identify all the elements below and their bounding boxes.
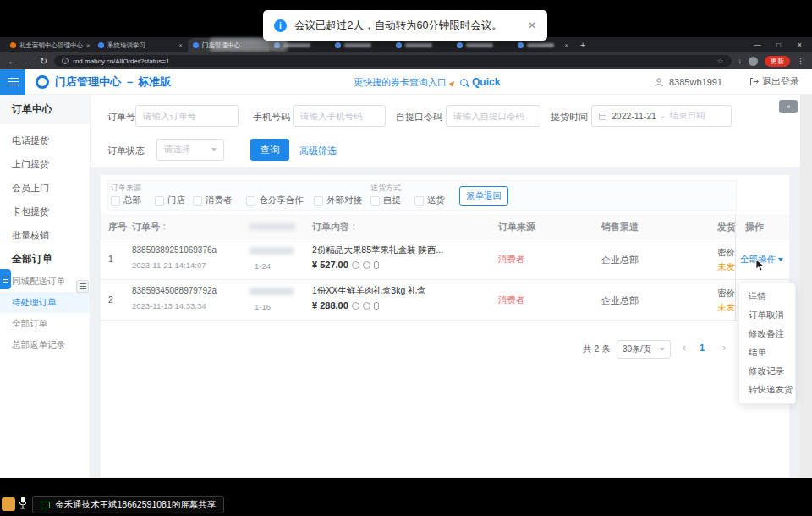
logout-button[interactable]: 退出登录 <box>749 75 799 88</box>
sidebar-item-batch-verify[interactable]: 批量核销 <box>0 223 90 247</box>
side-panel-toggle[interactable] <box>0 269 11 289</box>
menu-item-edit-records[interactable]: 修改记录 <box>739 362 795 381</box>
sidebar-item-card-pickup[interactable]: 卡包提货 <box>0 200 90 223</box>
coupon-query-link[interactable]: 更快捷的券卡查询入口 <box>354 76 447 89</box>
phone-input[interactable] <box>293 105 386 127</box>
toast-close-icon[interactable]: ✕ <box>528 19 536 31</box>
window-close-icon[interactable]: × <box>789 37 810 52</box>
tab-close-icon[interactable]: × <box>564 41 568 49</box>
app-title: 门店管理中心 － 标准版 <box>55 74 171 90</box>
browser-menu-icon[interactable]: ⋮ <box>797 57 804 65</box>
cell-order-no: 83859345088979792a <box>132 286 217 295</box>
cell-order-content: 1份XX生鲜羊肉礼盒3kg 礼盒 <box>312 285 425 297</box>
bookmark-star-icon[interactable]: ☆ <box>716 57 723 65</box>
sort-desc-icon[interactable]: ▼ <box>162 228 166 231</box>
dispatch-return-button[interactable]: 派单退回 <box>459 186 508 206</box>
window-maximize-icon[interactable]: □ <box>768 37 789 52</box>
tab-close-icon[interactable]: × <box>178 41 183 49</box>
new-tab-button[interactable]: + <box>573 38 592 52</box>
cell-order-source: 消费者 <box>498 254 525 266</box>
collapse-panel-button[interactable]: » <box>779 100 798 113</box>
quick-link[interactable]: Quick <box>472 76 500 88</box>
menu-item-cancel-order[interactable]: 订单取消 <box>739 306 795 325</box>
list-settings-icon[interactable] <box>76 280 89 293</box>
menu-item-express-ship[interactable]: 转快递发货 <box>739 381 795 399</box>
checkbox-icon <box>111 196 120 206</box>
column-header-channel: 销售渠道 <box>601 214 639 239</box>
column-header-order-no[interactable]: 订单号 ▲▼ <box>132 214 166 239</box>
order-source-filter-panel: 订单来源 总部 门店 消费者 仓分享合作 外部对接 送货方式 自提 送货 派单退… <box>107 180 737 211</box>
site-info-icon[interactable]: i <box>62 58 69 64</box>
search-button[interactable]: 查询 <box>250 139 289 161</box>
advanced-filter-link[interactable]: 高级筛选 <box>299 145 337 157</box>
address-bar[interactable]: i rnd.maboy.cn/AllOrder?status=1 ☆ <box>54 55 731 67</box>
sort-desc-icon[interactable]: ▼ <box>352 228 355 231</box>
menu-item-close-order[interactable]: 结单 <box>739 343 795 362</box>
table-row: 2 83859345088979792a 2023-11-13 14:33:34… <box>101 280 789 321</box>
download-icon[interactable]: ↓ <box>738 52 743 69</box>
sidebar-item-hq-return-records[interactable]: 总部返单记录 <box>0 334 90 355</box>
checkbox-external[interactable]: 外部对接 <box>314 195 362 206</box>
tab-close-icon[interactable]: × <box>86 41 91 49</box>
sort-icons[interactable]: ▲▼ <box>162 223 166 231</box>
checkbox-delivery[interactable]: 送货 <box>414 195 445 206</box>
pickup-code-input[interactable] <box>446 105 540 127</box>
next-page-icon[interactable]: › <box>722 342 726 354</box>
sidebar-item-door-pickup[interactable]: 上门提货 <box>0 152 90 176</box>
sidebar-section-all-orders[interactable]: 全部订单 <box>0 247 90 271</box>
prev-page-icon[interactable]: ‹ <box>683 342 686 354</box>
microphone-icon[interactable] <box>18 496 28 513</box>
sidebar-item-member-visit[interactable]: 会员上门 <box>0 176 90 200</box>
tab-title: 礼盒营销中心管理中心 <box>19 41 83 50</box>
chevron-down-icon <box>778 258 783 261</box>
cell-order-content: 2份精品大果85苹果礼盒装 陕西... <box>312 244 443 256</box>
username[interactable]: 8385wb1991 <box>669 77 722 87</box>
sort-icons[interactable]: ▲▼ <box>352 223 355 231</box>
chrome-update-button[interactable]: 更新 <box>765 56 790 67</box>
forward-icon[interactable]: → <box>24 52 33 69</box>
column-header-source: 订单来源 <box>498 214 535 239</box>
page-size-select[interactable]: 30条/页 <box>617 340 671 359</box>
order-source-label: 订单来源 <box>111 183 141 194</box>
action-dropdown-menu: 详情 订单取消 修改备注 结单 修改记录 转快递发货 <box>738 283 796 404</box>
order-no-label: 订单号 <box>107 111 135 124</box>
table-header-row: 序号 订单号 ▲▼ 订单内容 ▲▼ 订单来源 销售渠道 发货状态 操作 <box>101 214 789 239</box>
checkbox-warehouse-share[interactable]: 仓分享合作 <box>246 195 304 206</box>
checkbox-label: 门店 <box>167 195 185 206</box>
menu-item-edit-remark[interactable]: 修改备注 <box>739 325 795 343</box>
info-icon: i <box>274 19 287 32</box>
cell-order-source: 消费者 <box>498 294 525 306</box>
order-no-input[interactable] <box>135 105 239 127</box>
browser-profile-avatar[interactable] <box>749 57 758 66</box>
sidebar-item-phone-pickup[interactable]: 电话提货 <box>0 129 90 152</box>
menu-item-detail[interactable]: 详情 <box>739 288 795 306</box>
sort-asc-icon[interactable]: ▲ <box>352 223 355 227</box>
checkbox-store[interactable]: 门店 <box>155 195 185 206</box>
order-status-placeholder: 请选择 <box>164 144 191 156</box>
sort-asc-icon[interactable]: ▲ <box>162 223 166 227</box>
hamburger-menu-icon[interactable] <box>0 69 25 95</box>
browser-tab-2[interactable]: 系统培训学习 × <box>93 38 188 52</box>
logout-icon <box>749 77 759 86</box>
current-page-number[interactable]: 1 <box>700 343 705 353</box>
sidebar-item-all-orders[interactable]: 全部订单 <box>0 313 90 334</box>
back-icon[interactable]: ← <box>8 52 17 69</box>
checkbox-consumer[interactable]: 消费者 <box>193 195 233 206</box>
date-separator: - <box>661 111 665 121</box>
sidebar-item-pending-orders[interactable]: 待处理订单 <box>0 292 90 313</box>
screen-share-pill[interactable]: 金禾通技术王斌18662591081的屏幕共享 <box>32 496 224 513</box>
cell-sales-channel: 企业总部 <box>601 294 639 307</box>
refresh-icon[interactable]: ↻ <box>40 52 47 69</box>
window-minimize-icon[interactable]: — <box>747 37 768 52</box>
browser-tab-1[interactable]: 礼盒营销中心管理中心 × <box>5 38 93 52</box>
checkbox-hq[interactable]: 总部 <box>111 195 141 206</box>
cell-created-time: 2023-11-21 14:14:07 <box>132 261 206 270</box>
column-header-index: 序号 <box>108 214 127 239</box>
cell-sales-channel: 企业总部 <box>601 254 639 266</box>
pickup-time-range-picker[interactable]: 2022-11-21 - 结束日期 <box>591 105 732 127</box>
checkbox-self-pickup[interactable]: 自提 <box>370 195 401 206</box>
column-header-content[interactable]: 订单内容 ▲▼ <box>312 214 355 239</box>
order-status-select[interactable]: 请选择 <box>156 139 224 161</box>
app-header: 门店管理中心 － 标准版 更快捷的券卡查询入口 Quick 8385wb1991… <box>0 69 812 95</box>
quick-search-area: 更快捷的券卡查询入口 Quick <box>354 69 500 95</box>
